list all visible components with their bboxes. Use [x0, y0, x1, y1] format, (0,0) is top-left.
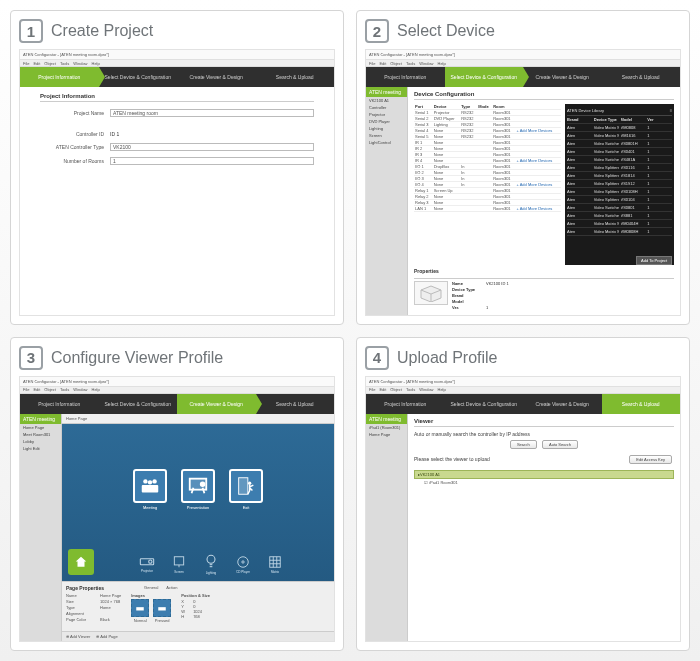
library-row[interactable]: AtenVideo Matrix SwitchVM16161: [567, 132, 672, 140]
btn-lighting[interactable]: Lighting: [200, 554, 222, 575]
btn-screen[interactable]: Screen: [168, 555, 190, 574]
add-more-devices-link[interactable]: + Add More Devices: [516, 158, 552, 163]
library-menu-icon[interactable]: ≡: [670, 108, 672, 113]
project-tree-sidebar[interactable]: ATEN meeting VK2100 A1 Controller Projec…: [366, 87, 408, 315]
step-2-panel: 2 Select Device ATEN Configurator - [ATE…: [356, 10, 690, 325]
screenshot-create-project: ATEN Configurator - [ATEN meeting room.d…: [19, 49, 335, 316]
tree-item[interactable]: Lobby: [20, 438, 61, 445]
tree-item[interactable]: VK2100 A1: [366, 97, 407, 104]
svg-rect-26: [136, 607, 144, 610]
svg-point-16: [207, 555, 215, 563]
wizard-tab-upload[interactable]: Search & Upload: [602, 394, 681, 414]
device-properties-panel: NameVK2100 ID 1Device TypeBrandModelVer.…: [414, 278, 674, 311]
library-row[interactable]: AtenVideo SplittersVS0108H1: [567, 188, 672, 196]
library-row[interactable]: AtenVideo SwitchesVS481A1: [567, 156, 672, 164]
device-row[interactable]: LAN 1NoneRoom301+ Add More Devices: [414, 206, 561, 212]
viewer-checkbox-row[interactable]: ☑ iPad1 Room301: [414, 479, 674, 486]
wizard-tab-project-info[interactable]: Project Information: [366, 67, 445, 87]
wizard-tab-upload[interactable]: Search & Upload: [256, 67, 335, 87]
library-row[interactable]: AtenVideo Matrix SwitchVM08081: [567, 124, 672, 132]
tree-item[interactable]: Home Page: [366, 431, 407, 438]
tree-item[interactable]: Home Page: [20, 424, 61, 431]
tree-item[interactable]: Lighting: [366, 125, 407, 132]
tile-exit[interactable]: Exit: [226, 469, 266, 510]
edit-access-key-button[interactable]: Edit Access Key: [629, 455, 672, 464]
wizard-tab-project-info[interactable]: Project Information: [20, 67, 99, 87]
tree-item[interactable]: Controller: [366, 104, 407, 111]
step-number: 3: [19, 346, 43, 370]
menu-bar[interactable]: FileEditObjectToolsWindowHelp: [20, 387, 334, 394]
add-viewer-button[interactable]: ⊕ Add Viewer: [66, 634, 90, 639]
tree-item[interactable]: LightControl: [366, 139, 407, 146]
page-tab[interactable]: Home Page: [62, 414, 334, 424]
project-info-form: Project Information Project NameATEN mee…: [20, 87, 334, 315]
auto-search-button[interactable]: Auto Search: [542, 440, 578, 449]
wizard-tab-create-viewer[interactable]: Create Viewer & Design: [523, 394, 602, 414]
viewer-canvas[interactable]: Meeting Presentation Exit: [62, 424, 334, 582]
add-page-button[interactable]: ⊕ Add Page: [96, 634, 117, 639]
wizard-tab-select-device[interactable]: Select Device & Configuration: [445, 394, 524, 414]
svg-rect-7: [142, 485, 159, 492]
project-tree-sidebar[interactable]: ATEN meeting iPad1 (Room301) Home Page: [366, 414, 408, 642]
wizard-tab-select-device[interactable]: Select Device & Configuration: [445, 67, 524, 87]
wizard-tab-project-info[interactable]: Project Information: [20, 394, 99, 414]
library-row[interactable]: AtenVideo Matrix SwitchVM0404H1: [567, 220, 672, 228]
screen-icon: [172, 555, 186, 569]
tree-item[interactable]: Projector: [366, 111, 407, 118]
exit-icon: [229, 469, 263, 503]
pressed-image-icon[interactable]: [153, 599, 171, 617]
tree-item[interactable]: Light Edit: [20, 445, 61, 452]
project-tree-sidebar[interactable]: ATEN meeting Home Page Meet Room301 Lobb…: [20, 414, 62, 642]
tile-meeting[interactable]: Meeting: [130, 469, 170, 510]
library-row[interactable]: AtenVideo SwitchesVS04011: [567, 148, 672, 156]
wizard-tab-select-device[interactable]: Select Device & Configuration: [99, 67, 178, 87]
search-button[interactable]: Search: [510, 440, 537, 449]
library-row[interactable]: AtenVideo SplittersVS01161: [567, 164, 672, 172]
step-title: Upload Profile: [397, 349, 498, 367]
add-to-project-button[interactable]: Add To Project: [636, 256, 672, 265]
library-row[interactable]: AtenVideo SplittersVS19121: [567, 180, 672, 188]
props-tab-general[interactable]: General: [144, 585, 158, 590]
wizard-tab-project-info[interactable]: Project Information: [366, 394, 445, 414]
normal-image-icon[interactable]: [131, 599, 149, 617]
wizard-tab-create-viewer[interactable]: Create Viewer & Design: [177, 394, 256, 414]
tree-item[interactable]: DVD Player: [366, 118, 407, 125]
wizard-tab-create-viewer[interactable]: Create Viewer & Design: [523, 67, 602, 87]
room-count-input[interactable]: 1: [110, 157, 314, 165]
controller-group-header[interactable]: VK2100 A1: [414, 470, 674, 479]
menu-bar[interactable]: FileEditObjectToolsWindowHelp: [366, 60, 680, 67]
add-more-devices-link[interactable]: + Add More Devices: [516, 128, 552, 133]
wizard-tab-create-viewer[interactable]: Create Viewer & Design: [177, 67, 256, 87]
wizard-tab-upload[interactable]: Search & Upload: [256, 394, 335, 414]
library-row[interactable]: AtenVideo Matrix SwitchVM0808H1: [567, 228, 672, 236]
tile-presentation[interactable]: Presentation: [178, 469, 218, 510]
props-tab-action[interactable]: Action: [166, 585, 177, 590]
library-row[interactable]: AtenVideo SwitchesVS8811: [567, 212, 672, 220]
menu-bar[interactable]: FileEditObjectToolsWindowHelp: [20, 60, 334, 67]
library-row[interactable]: AtenVideo SwitchesVS0801H1: [567, 140, 672, 148]
wizard-tab-upload[interactable]: Search & Upload: [602, 67, 681, 87]
svg-rect-21: [270, 557, 281, 568]
svg-rect-10: [239, 478, 248, 495]
library-row[interactable]: AtenVideo SplittersVS01041: [567, 196, 672, 204]
btn-matrix[interactable]: Matrix: [264, 555, 286, 574]
controller-type-select[interactable]: VK2100: [110, 143, 314, 151]
menu-bar[interactable]: FileEditObjectToolsWindowHelp: [366, 387, 680, 394]
project-name-input[interactable]: ATEN meeting room: [110, 109, 314, 117]
library-row[interactable]: AtenVideo SplittersVS18141: [567, 172, 672, 180]
device-port-table[interactable]: PortDeviceTypeModeRoom Serial 1Projector…: [414, 104, 561, 212]
wizard-tab-select-device[interactable]: Select Device & Configuration: [99, 394, 178, 414]
btn-projector[interactable]: Projector: [136, 556, 158, 573]
section-heading: Device Configuration: [414, 91, 674, 100]
lightbulb-icon: [205, 554, 217, 570]
tree-item[interactable]: Meet Room301: [20, 431, 61, 438]
btn-cdplayer[interactable]: CD Player: [232, 555, 254, 574]
device-thumbnail-icon: [414, 281, 448, 305]
device-library-panel: ATEN Device Library≡ BrandDevice TypeMod…: [565, 104, 674, 265]
add-more-devices-link[interactable]: + Add More Devices: [516, 182, 552, 187]
library-row[interactable]: AtenVideo SwitchesVS08011: [567, 204, 672, 212]
home-button[interactable]: [68, 549, 94, 575]
tree-item[interactable]: Screen: [366, 132, 407, 139]
tree-item[interactable]: iPad1 (Room301): [366, 424, 407, 431]
add-more-devices-link[interactable]: + Add More Devices: [516, 206, 552, 211]
